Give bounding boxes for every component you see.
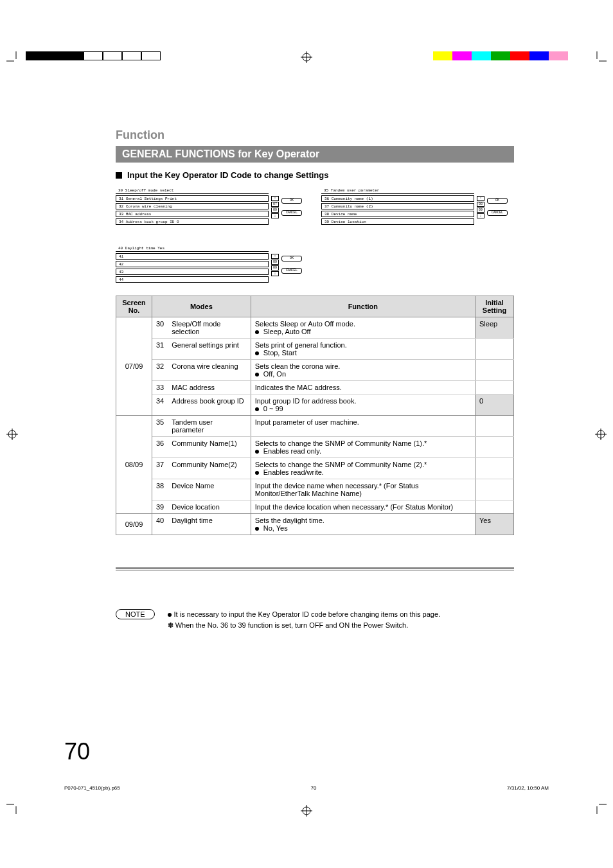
- page-current: 09: [271, 260, 279, 265]
- cell-number: 34: [152, 394, 168, 416]
- note-badge: NOTE: [116, 609, 155, 619]
- table-row: 31General settings printSets print of ge…: [116, 339, 514, 360]
- screen-line: 40 Daylight time Yes: [116, 245, 269, 252]
- screen-panel: 40 Daylight time Yes41 42 43 44 ↑0909↓OK…: [116, 245, 302, 284]
- cell-mode: Corona wire cleaning: [168, 360, 251, 381]
- footer: P070-071_4510(pb).p65 70 7/31/02, 10:50 …: [64, 785, 549, 791]
- cell-function: Indicates the MAC address.: [251, 381, 475, 394]
- cell-mode: Device Name: [168, 479, 251, 500]
- cell-initial: Sleep: [475, 317, 514, 339]
- registration-bars-top: [0, 51, 613, 77]
- table-row: 36Community Name(1)Selects to change the…: [116, 437, 514, 458]
- table-header-row: Screen No. Modes Function Initial Settin…: [116, 296, 514, 317]
- page-current: 07: [271, 202, 279, 207]
- ok-button[interactable]: OK: [281, 198, 302, 204]
- screen-line: 44: [116, 276, 269, 283]
- cell-initial: [475, 500, 514, 514]
- screen-line: 39 Device location: [321, 218, 474, 225]
- ok-button[interactable]: OK: [487, 198, 508, 204]
- cell-initial: Yes: [475, 514, 514, 535]
- screen-line: 43: [116, 269, 269, 275]
- cell-number: 40: [152, 514, 168, 535]
- cell-mode: Community Name(1): [168, 437, 251, 458]
- crop-mark: [6, 801, 19, 817]
- cell-function: Sets print of general function. Stop, St…: [251, 339, 475, 360]
- table-row: 09/0940Daylight timeSets the daylight ti…: [116, 514, 514, 535]
- ok-button[interactable]: OK: [281, 256, 302, 261]
- cell-number: 36: [152, 437, 168, 458]
- cell-initial: [475, 437, 514, 458]
- cell-number: 32: [152, 360, 168, 381]
- screen-panel: 30 Sleep/off mode select31 General Setti…: [116, 188, 302, 226]
- footer-filename: P070-071_4510(pb).p65: [64, 785, 120, 791]
- bullet-icon: [255, 373, 259, 376]
- bullet-icon: [255, 471, 259, 475]
- table-row: 38Device NameInput the device name when …: [116, 479, 514, 500]
- screen-line: 33 MAC address: [116, 211, 269, 217]
- page-total: 09: [477, 208, 484, 213]
- cell-number: 35: [152, 416, 168, 437]
- bullet-icon: [168, 613, 172, 617]
- screen-line: 41: [116, 253, 269, 260]
- th-function: Function: [251, 296, 475, 317]
- page-current: 08: [477, 202, 484, 207]
- table-row: 32Corona wire cleaningSets clean the cor…: [116, 360, 514, 381]
- cell-initial: [475, 339, 514, 360]
- cell-mode: Address book group ID: [168, 394, 251, 416]
- arrow-down-icon[interactable]: ↓: [271, 213, 279, 218]
- divider: [116, 567, 514, 569]
- bullet-icon: [255, 351, 259, 355]
- cell-screen-no: 09/09: [116, 514, 152, 535]
- th-screen-no: Screen No.: [116, 296, 152, 317]
- cell-function: Input the device name when necessary.* (…: [251, 479, 475, 500]
- arrow-up-icon[interactable]: ↑: [477, 196, 484, 201]
- divider: [116, 570, 514, 571]
- cancel-button[interactable]: CANCEL: [281, 210, 302, 216]
- cell-number: 30: [152, 317, 168, 339]
- screen-line: 38 Device name: [321, 211, 474, 217]
- screen-line: 37 Community name (2): [321, 203, 474, 209]
- cell-mode: Device location: [168, 500, 251, 514]
- note-text: It is necessary to input the Key Operato…: [168, 609, 441, 630]
- screen-line: 42: [116, 261, 269, 267]
- cell-initial: [475, 416, 514, 437]
- cell-initial: [475, 360, 514, 381]
- cell-mode: Tandem user parameter: [168, 416, 251, 437]
- settings-table: Screen No. Modes Function Initial Settin…: [116, 296, 514, 535]
- bullet-icon: [255, 450, 259, 454]
- cell-screen-no: 07/09: [116, 317, 152, 416]
- arrow-up-icon[interactable]: ↑: [271, 254, 279, 259]
- cancel-button[interactable]: CANCEL: [487, 210, 508, 216]
- cell-mode: MAC address: [168, 381, 251, 394]
- cancel-button[interactable]: CANCEL: [281, 268, 302, 274]
- cell-initial: 0: [475, 394, 514, 416]
- screen-line: 31 General Settings Print: [116, 195, 269, 202]
- table-row: 34Address book group IDInput group ID fo…: [116, 394, 514, 416]
- cell-mode: Sleep/Off mode selection: [168, 317, 251, 339]
- bullet-icon: [255, 527, 259, 531]
- table-row: 33MAC addressIndicates the MAC address.: [116, 381, 514, 394]
- screen-previews: 30 Sleep/off mode select31 General Setti…: [116, 188, 514, 284]
- cell-number: 39: [152, 500, 168, 514]
- page-number: 70: [64, 738, 90, 765]
- arrow-down-icon[interactable]: ↓: [271, 271, 279, 276]
- arrow-up-icon[interactable]: ↑: [271, 196, 279, 201]
- cell-number: 38: [152, 479, 168, 500]
- cell-initial: [475, 381, 514, 394]
- section-banner: GENERAL FUNCTIONS for Key Operator: [116, 146, 514, 163]
- cell-number: 37: [152, 458, 168, 479]
- note-block: NOTE It is necessary to input the Key Op…: [116, 609, 514, 630]
- table-row: 37Community Name(2)Selects to change the…: [116, 458, 514, 479]
- cell-function: Sets clean the corona wire. Off, On: [251, 360, 475, 381]
- bullet-icon: [255, 330, 259, 334]
- table-row: 07/0930Sleep/Off mode selectionSelects S…: [116, 317, 514, 339]
- cell-screen-no: 08/09: [116, 416, 152, 514]
- arrow-down-icon[interactable]: ↓: [477, 213, 484, 218]
- screen-line: 34 Address book group ID 0: [116, 218, 269, 225]
- cell-function: Selects to change the SNMP of Community …: [251, 437, 475, 458]
- registration-crosshair-icon: [595, 429, 607, 440]
- cell-function: Sets the daylight time. No, Yes: [251, 514, 475, 535]
- screen-panel: 35 Tandem user parameter36 Community nam…: [321, 188, 508, 226]
- screen-line: 35 Tandem user parameter: [321, 188, 474, 194]
- page-total: 09: [271, 265, 279, 270]
